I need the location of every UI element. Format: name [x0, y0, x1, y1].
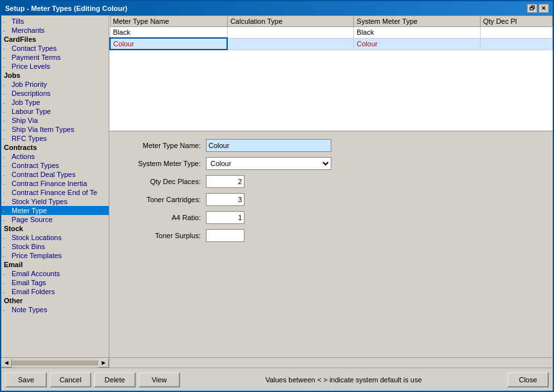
toner-surplus-label: Toner Surplus:	[122, 232, 206, 239]
sidebar-item-email-tags[interactable]: Email Tags	[1, 278, 109, 287]
cell-system-meter-type: Black	[354, 27, 480, 39]
status-text: Values between < > indicate system defau…	[183, 376, 504, 384]
cell-qty-dec-pl	[480, 27, 552, 39]
form-area: Meter Type Name: System Meter Type: Blac…	[109, 131, 553, 357]
col-qty-dec-pl: Qty Dec Pl	[480, 16, 552, 27]
cell-qty-dec-pl	[480, 38, 552, 50]
sidebar-item-merchants[interactable]: Merchants	[1, 26, 109, 35]
toner-cartridges-label: Toner Cartridges:	[122, 196, 206, 203]
toner-surplus-row: Toner Surplus:	[122, 229, 540, 242]
sidebar-section-cardfiles: CardFiles	[1, 35, 109, 44]
meter-types-table: Meter Type Name Calculation Type System …	[109, 15, 553, 50]
sidebar-item-page-source[interactable]: Page Source	[1, 215, 109, 224]
sidebar-item-stock-yield-types[interactable]: Stock Yield Types	[1, 197, 109, 206]
sidebar-item-tills[interactable]: Tills	[1, 17, 109, 26]
content-area: Meter Type Name Calculation Type System …	[109, 15, 553, 357]
sidebar-item-rfc-types[interactable]: RFC Types	[1, 134, 109, 143]
sidebar-section-jobs: Jobs	[1, 71, 109, 80]
content-scrollbar-spacer	[109, 358, 553, 368]
sidebar-item-note-types[interactable]: Note Types	[1, 305, 109, 314]
meter-type-name-input[interactable]	[206, 139, 331, 152]
save-button[interactable]: Save	[5, 372, 47, 387]
h-scroll-track	[12, 360, 98, 366]
delete-button[interactable]: Delete	[94, 372, 136, 387]
sidebar-item-stock-bins[interactable]: Stock Bins	[1, 242, 109, 251]
sidebar-h-scrollbar: ◀ ▶	[1, 358, 109, 368]
a4-ratio-input[interactable]	[206, 211, 245, 224]
meter-type-name-label: Meter Type Name:	[122, 142, 206, 149]
toner-cartridges-input[interactable]	[206, 193, 245, 206]
sidebar-item-contract-finance-end-of-te[interactable]: Contract Finance End of Te	[1, 188, 109, 197]
cancel-button[interactable]: Cancel	[50, 372, 91, 387]
bottom-scrollbar-row: ◀ ▶	[1, 357, 553, 368]
title-bar-buttons: 🗗 ✕	[527, 4, 549, 13]
sidebar-item-labour-type[interactable]: Labour Type	[1, 107, 109, 116]
window-title: Setup - Meter Types (Editing Colour)	[5, 5, 127, 12]
cell-system-meter-type: Colour	[354, 38, 480, 50]
sidebar-item-contract-deal-types[interactable]: Contract Deal Types	[1, 170, 109, 179]
qty-dec-places-row: Qty Dec Places:	[122, 175, 540, 188]
sidebar-item-job-priority[interactable]: Job Priority	[1, 80, 109, 89]
title-bar: Setup - Meter Types (Editing Colour) 🗗 ✕	[1, 1, 553, 15]
sidebar-item-stock-locations[interactable]: Stock Locations	[1, 233, 109, 242]
sidebar-item-meter-type[interactable]: Meter Type	[1, 206, 109, 215]
sidebar-section-email: Email	[1, 260, 109, 269]
table-area: Meter Type Name Calculation Type System …	[109, 15, 553, 131]
sidebar-item-contract-finance-inertia[interactable]: Contract Finance Inertia	[1, 179, 109, 188]
qty-dec-places-input[interactable]	[206, 175, 245, 188]
scroll-left-button[interactable]: ◀	[1, 359, 12, 368]
system-meter-type-row: System Meter Type: BlackColour	[122, 157, 540, 170]
sidebar-section-stock: Stock	[1, 224, 109, 233]
sidebar-item-payment-terms[interactable]: Payment Terms	[1, 53, 109, 62]
sidebar-section-other: Other	[1, 296, 109, 305]
a4-ratio-row: A4 Ratio:	[122, 211, 540, 224]
sidebar-item-descriptions[interactable]: Descriptions	[1, 89, 109, 98]
sidebar-item-actions[interactable]: Actions	[1, 152, 109, 161]
col-meter-type-name: Meter Type Name	[110, 16, 227, 27]
sidebar-item-price-levels[interactable]: Price Levels	[1, 62, 109, 71]
col-calculation-type: Calculation Type	[227, 16, 353, 27]
view-button[interactable]: View	[138, 372, 180, 387]
sidebar-item-email-accounts[interactable]: Email Accounts	[1, 269, 109, 278]
cell-calculation-type	[227, 27, 353, 39]
table-row[interactable]: ColourColour	[110, 38, 553, 50]
sidebar-item-ship-via[interactable]: Ship Via	[1, 116, 109, 125]
meter-type-name-row: Meter Type Name:	[122, 139, 540, 152]
cell-meter-type-name: Black	[110, 27, 227, 39]
close-title-button[interactable]: ✕	[539, 4, 549, 13]
restore-button[interactable]: 🗗	[527, 4, 537, 13]
sidebar-item-job-type[interactable]: Job Type	[1, 98, 109, 107]
main-window: Setup - Meter Types (Editing Colour) 🗗 ✕…	[0, 0, 554, 392]
toner-cartridges-row: Toner Cartridges:	[122, 193, 540, 206]
system-meter-type-select[interactable]: BlackColour	[206, 157, 331, 170]
sidebar-item-contact-types[interactable]: Contact Types	[1, 44, 109, 53]
bottom-bar: Save Cancel Delete View Values between <…	[1, 368, 553, 391]
cell-calculation-type	[227, 38, 353, 50]
sidebar-item-contract-types[interactable]: Contract Types	[1, 161, 109, 170]
close-button[interactable]: Close	[507, 372, 549, 387]
main-layout: TillsMerchantsCardFilesContact TypesPaym…	[1, 15, 553, 357]
table-row[interactable]: BlackBlack	[110, 27, 553, 39]
sidebar-item-email-folders[interactable]: Email Folders	[1, 287, 109, 296]
qty-dec-places-label: Qty Dec Places:	[122, 178, 206, 185]
sidebar: TillsMerchantsCardFilesContact TypesPaym…	[1, 15, 109, 357]
scroll-right-button[interactable]: ▶	[98, 359, 109, 368]
sidebar-item-ship-via-item-types[interactable]: Ship Via Item Types	[1, 125, 109, 134]
system-meter-type-label: System Meter Type:	[122, 160, 206, 167]
col-system-meter-type: System Meter Type	[354, 16, 480, 27]
cell-meter-type-name: Colour	[110, 38, 227, 50]
sidebar-item-price-templates[interactable]: Price Templates	[1, 251, 109, 260]
a4-ratio-label: A4 Ratio:	[122, 214, 206, 221]
sidebar-section-contracts: Contracts	[1, 143, 109, 152]
toner-surplus-input[interactable]	[206, 229, 245, 242]
